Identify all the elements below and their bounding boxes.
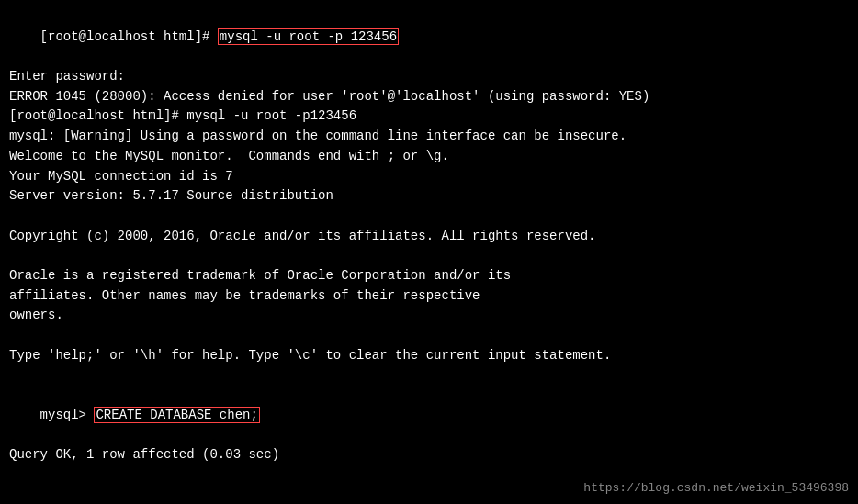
- line-text: Welcome to the MySQL monitor. Commands e…: [9, 149, 449, 163]
- terminal-line: Query OK, 1 row affected (0.03 sec): [9, 445, 849, 465]
- terminal-line: ERROR 1045 (28000): Access denied for us…: [9, 87, 849, 107]
- line-text: ERROR 1045 (28000): Access denied for us…: [9, 89, 649, 104]
- terminal-line: Welcome to the MySQL monitor. Commands e…: [9, 147, 849, 167]
- line-text: Query OK, 1 row affected (0.03 sec): [9, 447, 279, 462]
- terminal-line: Copyright (c) 2000, 2016, Oracle and/or …: [9, 227, 849, 247]
- terminal-line: [9, 365, 849, 386]
- line-text: owners.: [9, 308, 63, 322]
- terminal-line: [9, 207, 849, 227]
- terminal-line: Type 'help;' or '\h' for help. Type '\c'…: [9, 346, 849, 366]
- mysql-prompt: mysql>: [40, 408, 95, 422]
- terminal-line: Oracle is a registered trademark of Orac…: [9, 266, 849, 286]
- terminal-line: mysql> CREATE DATABASE chen;: [9, 386, 849, 445]
- terminal-line: [root@localhost html]# mysql -u root -p1…: [9, 106, 849, 127]
- terminal-window: [root@localhost html]# mysql -u root -p …: [0, 0, 858, 504]
- line-text: mysql: [Warning] Using a password on the…: [9, 129, 627, 143]
- line-text: [root@localhost html]# mysql -u root -p1…: [9, 108, 356, 123]
- line-text: Your MySQL connection id is 7: [9, 169, 233, 184]
- line-text: Type 'help;' or '\h' for help. Type '\c'…: [9, 348, 611, 363]
- line-text: Oracle is a registered trademark of Orac…: [9, 268, 511, 283]
- line-text: affiliates. Other names may be trademark…: [9, 288, 480, 303]
- create-db-command: CREATE DATABASE chen;: [94, 407, 259, 423]
- terminal-line: Server version: 5.7.17 Source distributi…: [9, 186, 849, 207]
- highlighted-command: mysql -u root -p 123456: [218, 28, 399, 45]
- watermark-text: https://blog.csdn.net/weixin_53496398: [583, 481, 849, 495]
- terminal-line: [9, 246, 849, 266]
- terminal-line: owners.: [9, 306, 849, 326]
- terminal-line: Your MySQL connection id is 7: [9, 167, 849, 187]
- line-text: Server version: 5.7.17 Source distributi…: [9, 188, 333, 203]
- line-text: Enter password:: [9, 69, 125, 84]
- line-text: Copyright (c) 2000, 2016, Oracle and/or …: [9, 229, 596, 243]
- terminal-line: [9, 326, 849, 346]
- terminal-line: affiliates. Other names may be trademark…: [9, 286, 849, 307]
- terminal-line: [root@localhost html]# mysql -u root -p …: [9, 7, 849, 67]
- terminal-line: Enter password:: [9, 67, 849, 87]
- prompt-text: [root@localhost html]#: [40, 29, 218, 44]
- terminal-line: mysql: [Warning] Using a password on the…: [9, 127, 849, 147]
